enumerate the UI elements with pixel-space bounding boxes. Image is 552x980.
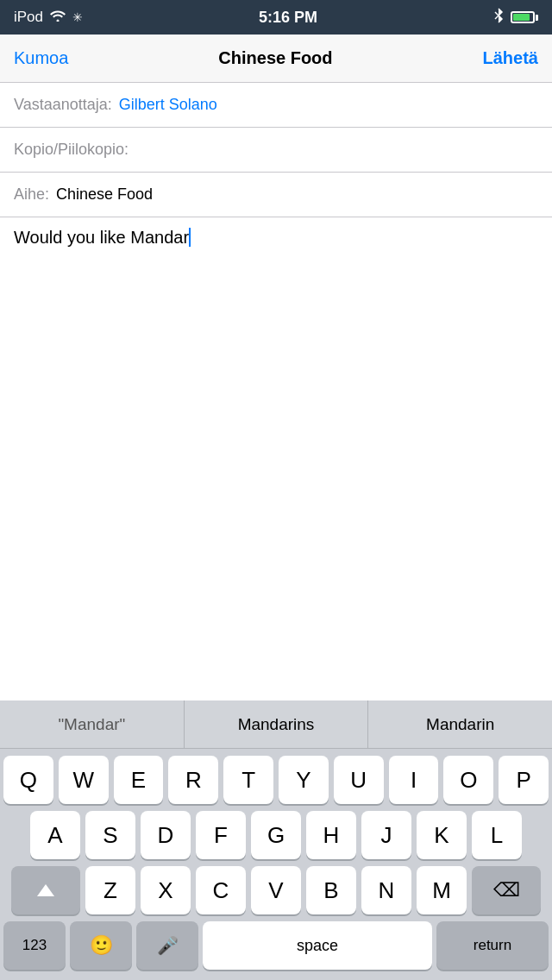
key-h[interactable]: H: [306, 811, 356, 859]
send-button[interactable]: Lähetä: [483, 48, 538, 68]
compose-title: Chinese Food: [218, 48, 332, 68]
key-s[interactable]: S: [85, 811, 135, 859]
key-d[interactable]: D: [141, 811, 191, 859]
compose-area: Vastaanottaja: Gilbert Solano Kopio/Piil…: [0, 83, 552, 338]
emoji-icon: 🙂: [90, 934, 113, 957]
key-n[interactable]: N: [361, 866, 411, 914]
shift-icon: [37, 884, 54, 896]
key-b[interactable]: B: [306, 866, 356, 914]
subject-value[interactable]: Chinese Food: [56, 185, 153, 204]
key-w[interactable]: W: [59, 756, 109, 804]
battery-icon: [511, 11, 538, 23]
to-field-row: Vastaanottaja: Gilbert Solano: [0, 83, 552, 128]
key-z[interactable]: Z: [85, 866, 135, 914]
svg-line-1: [495, 16, 499, 19]
status-left: iPod ✳: [14, 9, 83, 26]
nav-bar: Kumoa Chinese Food Lähetä: [0, 35, 552, 83]
subject-label: Aihe:: [14, 185, 49, 204]
keyboard: Q W E R T Y U I O P A S D F G H J K L: [0, 749, 552, 980]
wifi-icon: [50, 9, 66, 26]
emoji-key[interactable]: 🙂: [70, 921, 132, 970]
key-j[interactable]: J: [361, 811, 411, 859]
status-bar: iPod ✳ 5:16 PM: [0, 0, 552, 35]
device-label: iPod: [14, 9, 43, 26]
key-g[interactable]: G: [251, 811, 301, 859]
autocomplete-bar: "Mandar" Mandarins Mandarin: [0, 700, 552, 749]
keyboard-row-2: A S D F G H J K L: [3, 811, 549, 859]
bluetooth-icon: [493, 8, 504, 28]
mic-icon: 🎤: [157, 935, 179, 956]
key-e[interactable]: E: [114, 756, 164, 804]
keyboard-row-1: Q W E R T Y U I O P: [3, 756, 549, 804]
keyboard-row-3: Z X C V B N M ⌫: [3, 866, 549, 914]
cc-field-row: Kopio/Piilokopio:: [0, 128, 552, 173]
activity-icon: ✳: [72, 10, 83, 24]
autocomplete-item-3[interactable]: Mandarin: [368, 700, 552, 748]
key-c[interactable]: C: [196, 866, 246, 914]
key-y[interactable]: Y: [279, 756, 329, 804]
to-label: Vastaanottaja:: [14, 96, 112, 114]
status-right: [493, 8, 538, 28]
key-u[interactable]: U: [334, 756, 384, 804]
to-value[interactable]: Gilbert Solano: [119, 96, 217, 114]
key-v[interactable]: V: [251, 866, 301, 914]
key-p[interactable]: P: [499, 756, 549, 804]
mic-key[interactable]: 🎤: [136, 921, 198, 970]
key-m[interactable]: M: [417, 866, 467, 914]
key-l[interactable]: L: [472, 811, 522, 859]
autocomplete-item-2[interactable]: Mandarins: [185, 700, 369, 748]
body-text: Would you like Mandar: [14, 228, 189, 247]
space-key[interactable]: space: [203, 921, 432, 970]
key-k[interactable]: K: [417, 811, 467, 859]
key-t[interactable]: T: [223, 756, 273, 804]
backspace-key[interactable]: ⌫: [472, 866, 541, 914]
keyboard-row-4: 123 🙂 🎤 space return: [3, 921, 549, 970]
key-o[interactable]: O: [443, 756, 493, 804]
subject-row: Aihe: Chinese Food: [0, 173, 552, 217]
backspace-icon: ⌫: [493, 879, 520, 901]
autocomplete-item-1[interactable]: "Mandar": [0, 700, 185, 748]
key-x[interactable]: X: [141, 866, 191, 914]
svg-line-0: [495, 12, 499, 16]
text-cursor: [189, 228, 191, 247]
key-a[interactable]: A: [30, 811, 80, 859]
key-i[interactable]: I: [389, 756, 439, 804]
return-key[interactable]: return: [436, 921, 549, 970]
shift-key[interactable]: [11, 866, 80, 914]
key-r[interactable]: R: [168, 756, 218, 804]
cancel-button[interactable]: Kumoa: [14, 48, 68, 68]
key-f[interactable]: F: [196, 811, 246, 859]
cc-input[interactable]: [135, 141, 538, 159]
numbers-key[interactable]: 123: [3, 921, 66, 970]
keyboard-area: "Mandar" Mandarins Mandarin Q W E R T Y …: [0, 700, 552, 980]
status-time: 5:16 PM: [259, 9, 317, 27]
body-area[interactable]: Would you like Mandar: [0, 217, 552, 338]
cc-label: Kopio/Piilokopio:: [14, 141, 129, 159]
key-q[interactable]: Q: [3, 756, 53, 804]
